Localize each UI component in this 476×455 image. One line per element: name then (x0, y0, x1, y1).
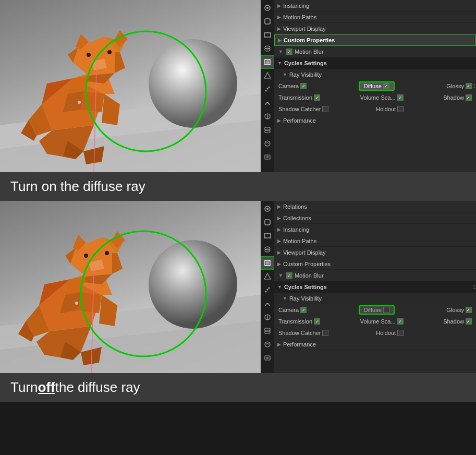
divider-bottom: Turn off the diffuse ray (0, 373, 476, 402)
glossy-cb-top[interactable]: ✓ (466, 83, 472, 89)
cycles-arrow-bottom: ▼ (277, 284, 282, 290)
divider-top: Turn on the diffuse ray (0, 172, 476, 201)
holdout-cb-bottom[interactable] (397, 330, 404, 336)
shadow-catcher-item-bottom: Shadow Catcher (278, 330, 328, 336)
transmission-cb-top[interactable]: ✓ (314, 94, 320, 101)
performance-row-top[interactable]: ▶ Performance (274, 115, 476, 126)
props-content-bottom: ▶ Relations ▶ Collections ▶ Instancing ▶… (274, 201, 476, 373)
icon-bar-top (261, 0, 274, 172)
icon-btn-material-b[interactable] (261, 338, 274, 351)
camera-cb-bottom[interactable]: ✓ (300, 307, 307, 313)
icon-btn-modifier[interactable] (261, 69, 274, 82)
viewport-display-row-top[interactable]: ▶ Viewport Display (274, 23, 476, 34)
svg-point-39 (265, 90, 267, 92)
custom-properties-row-bottom[interactable]: ▶ Custom Properties (274, 258, 476, 270)
shadow-catcher-cb-bottom[interactable] (322, 330, 328, 336)
icon-btn-render[interactable] (261, 15, 274, 28)
volume-sca-label-bottom: Volume Sca... (360, 318, 396, 325)
icon-btn-object-b[interactable] (261, 256, 274, 270)
instancing-row-top[interactable]: ▶ Instancing (274, 0, 476, 11)
motion-blur-row-top[interactable]: ▼ ✓ Motion Blur (274, 46, 476, 57)
diffuse-cb-bottom[interactable] (383, 307, 389, 313)
glossy-label-bottom: Glossy (446, 307, 464, 313)
glossy-item-top: Glossy ✓ (446, 83, 472, 89)
motion-paths-label-top: Motion Paths (283, 14, 473, 20)
collections-row-bottom[interactable]: ▶ Collections (274, 212, 476, 224)
motion-blur-row-bottom[interactable]: ▼ ✓ Motion Blur (274, 270, 476, 281)
relations-row-bottom[interactable]: ▶ Relations (274, 201, 476, 212)
ray-visibility-header-top[interactable]: ▼ Ray Visibility (274, 69, 476, 80)
shadow-cb-bottom[interactable]: ✓ (466, 318, 472, 325)
props-content-top: ▶ Instancing ▶ Motion Paths ▶ Viewport D… (274, 0, 476, 172)
motion-blur-arrow-bottom: ▼ (278, 273, 283, 278)
icon-btn-data[interactable] (261, 123, 274, 137)
camera-cb-top[interactable]: ✓ (300, 83, 307, 89)
svg-marker-22 (102, 94, 120, 125)
ray-vis-row2-bottom: Transmission ✓ Volume Sca... ✓ Shadow ✓ (274, 316, 476, 327)
icon-btn-view-layer-b[interactable] (261, 243, 274, 256)
volume-sca-cb-top[interactable]: ✓ (397, 94, 404, 101)
holdout-cb-top[interactable] (397, 106, 404, 112)
bear-svg-top (0, 0, 261, 172)
svg-point-91 (268, 288, 270, 289)
icon-btn-particles[interactable] (261, 82, 274, 96)
svg-rect-47 (265, 155, 270, 159)
icon-btn-constraints[interactable] (261, 110, 274, 123)
instancing-row-bottom[interactable]: ▶ Instancing (274, 224, 476, 235)
icon-btn-particles-b[interactable] (261, 283, 274, 297)
glossy-item-bottom: Glossy ✓ (446, 307, 472, 313)
icon-btn-data-b[interactable] (261, 324, 274, 338)
icon-btn-physics[interactable] (261, 96, 274, 110)
icon-btn-constraints-b[interactable] (261, 310, 274, 324)
motion-paths-row-bottom[interactable]: ▶ Motion Paths (274, 235, 476, 247)
custom-properties-row-top[interactable]: ▶ Custom Properties (274, 34, 476, 46)
icon-btn-scene[interactable] (261, 1, 274, 15)
icon-btn-object-data[interactable] (261, 150, 274, 164)
icon-btn-material[interactable] (261, 137, 274, 150)
viewport-display-row-bottom[interactable]: ▶ Viewport Display (274, 247, 476, 258)
svg-marker-10 (115, 52, 125, 73)
divider-off-word: off (38, 379, 55, 396)
camera-label-top: Camera (278, 83, 299, 89)
icon-btn-object-data-b[interactable] (261, 351, 274, 365)
cycles-settings-bottom[interactable]: ▼ Cycles Settings (274, 281, 476, 293)
svg-rect-87 (266, 261, 269, 265)
shadow-label-top: Shadow (443, 94, 464, 101)
diffuse-btn-bottom[interactable]: Diffuse (359, 305, 395, 315)
volume-sca-cb-bottom[interactable]: ✓ (397, 318, 404, 325)
camera-item-top: Camera ✓ (278, 83, 307, 89)
motion-paths-row-top[interactable]: ▶ Motion Paths (274, 11, 476, 23)
motion-blur-checkbox-bottom[interactable]: ✓ (286, 272, 292, 279)
diffuse-cb-top[interactable]: ✓ (383, 83, 389, 89)
motion-paths-arrow-top: ▶ (277, 15, 281, 20)
icon-btn-scene-b[interactable] (261, 202, 274, 215)
performance-row-bottom[interactable]: ▶ Performance (274, 339, 476, 350)
panel-top: ▶ Instancing ▶ Motion Paths ▶ Viewport D… (0, 0, 476, 172)
icon-btn-render-b[interactable] (261, 215, 274, 229)
icon-btn-output[interactable] (261, 28, 274, 42)
viewport-bottom (0, 201, 261, 373)
cycles-settings-top[interactable]: ▼ Cycles Settings (274, 57, 476, 69)
icon-btn-output-b[interactable] (261, 229, 274, 243)
svg-marker-72 (99, 295, 117, 326)
custom-properties-arrow-top: ▶ (278, 38, 282, 43)
ray-visibility-header-bottom[interactable]: ▼ Ray Visibility (274, 293, 476, 304)
divider-label-bottom-suffix: the diffuse ray (55, 379, 140, 396)
transmission-cb-bottom[interactable]: ✓ (314, 318, 320, 325)
motion-blur-checkbox-top[interactable]: ✓ (286, 49, 292, 55)
icon-btn-view-layer[interactable] (261, 42, 274, 55)
diffuse-btn-top[interactable]: Diffuse ✓ (359, 81, 395, 91)
svg-point-15 (87, 53, 91, 57)
ray-vis-row2-top: Transmission ✓ Volume Sca... ✓ Shadow ✓ (274, 92, 476, 103)
cycles-label-bottom: Cycles Settings (284, 284, 327, 290)
svg-point-35 (265, 48, 270, 51)
transmission-label-bottom: Transmission (278, 318, 312, 325)
icon-btn-object[interactable] (261, 55, 274, 69)
bear-svg-bottom (0, 201, 261, 373)
icon-btn-physics-b[interactable] (261, 297, 274, 310)
glossy-cb-bottom[interactable]: ✓ (466, 307, 472, 313)
icon-btn-modifier-b[interactable] (261, 270, 274, 283)
shadow-catcher-cb-top[interactable] (322, 106, 328, 112)
shadow-cb-top[interactable]: ✓ (466, 94, 472, 101)
diffuse-label-top: Diffuse (364, 83, 382, 89)
